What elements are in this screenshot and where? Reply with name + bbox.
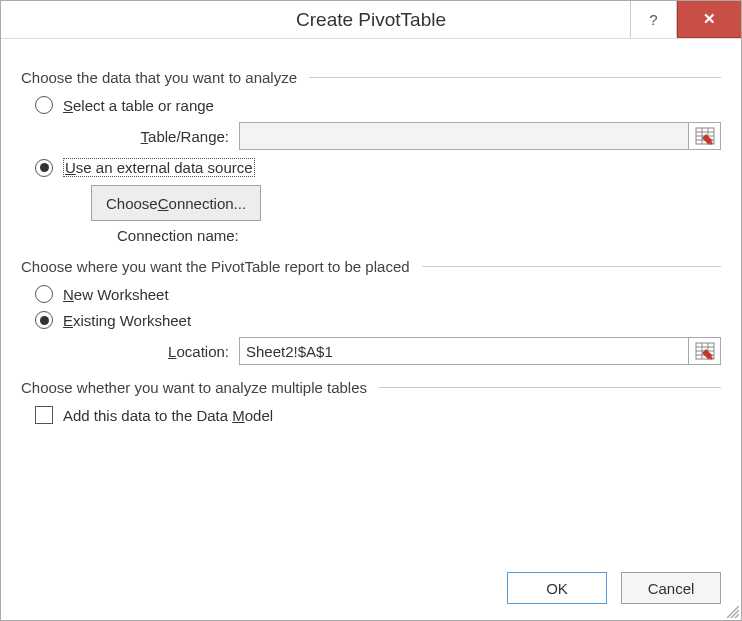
option-select-table-range[interactable]: Select a table or range [35,96,721,114]
option-add-to-data-model[interactable]: Add this data to the Data Model [35,406,721,424]
radio-select-range[interactable] [35,96,53,114]
option-external-source[interactable]: Use an external data source [35,158,721,177]
radio-new-worksheet[interactable] [35,285,53,303]
dialog-content: Choose the data that you want to analyze… [1,39,741,424]
help-icon: ? [649,11,657,28]
location-row: Location: [91,337,721,365]
section-analyze-label: Choose the data that you want to analyze [21,69,297,86]
range-selector-icon [695,127,715,145]
collapse-dialog-button[interactable] [689,122,721,150]
table-range-input[interactable] [239,122,689,150]
option-new-worksheet[interactable]: New Worksheet [35,285,721,303]
svg-line-14 [735,614,739,618]
dialog-footer: OK Cancel [1,558,741,620]
choose-connection-row: Choose Connection... [91,185,721,221]
option-external-label: Use an external data source [63,158,255,177]
option-select-range-label: Select a table or range [63,97,214,114]
resize-grip-icon[interactable] [723,602,739,618]
section-placement-header: Choose where you want the PivotTable rep… [21,258,721,275]
divider [379,387,721,388]
help-button[interactable]: ? [631,1,677,38]
option-new-worksheet-label: New Worksheet [63,286,169,303]
radio-existing-worksheet[interactable] [35,311,53,329]
radio-external-source[interactable] [35,159,53,177]
close-button[interactable]: ✕ [677,1,741,38]
ok-button[interactable]: OK [507,572,607,604]
collapse-dialog-location-button[interactable] [689,337,721,365]
svg-line-13 [731,610,739,618]
range-selector-icon [695,342,715,360]
divider [422,266,721,267]
close-icon: ✕ [703,10,716,28]
connection-name-row: Connection name: [117,227,721,244]
section-analyze-header: Choose the data that you want to analyze [21,69,721,86]
option-existing-worksheet-label: Existing Worksheet [63,312,191,329]
choose-connection-button[interactable]: Choose Connection... [91,185,261,221]
window-controls: ? ✕ [630,1,741,38]
dialog-title: Create PivotTable [296,9,446,31]
create-pivottable-dialog: Create PivotTable ? ✕ Choose the data th… [0,0,742,621]
cancel-button[interactable]: Cancel [621,572,721,604]
section-multiple-tables-header: Choose whether you want to analyze multi… [21,379,721,396]
location-label: Location: [91,343,239,360]
checkbox-data-model-label: Add this data to the Data Model [63,407,273,424]
option-existing-worksheet[interactable]: Existing Worksheet [35,311,721,329]
connection-name-label: Connection name: [117,227,239,244]
titlebar: Create PivotTable ? ✕ [1,1,741,39]
section-placement-label: Choose where you want the PivotTable rep… [21,258,410,275]
checkbox-data-model[interactable] [35,406,53,424]
location-input[interactable] [239,337,689,365]
table-range-label: Table/Range: [91,128,239,145]
table-range-row: Table/Range: [91,122,721,150]
divider [309,77,721,78]
section-multiple-tables-label: Choose whether you want to analyze multi… [21,379,367,396]
